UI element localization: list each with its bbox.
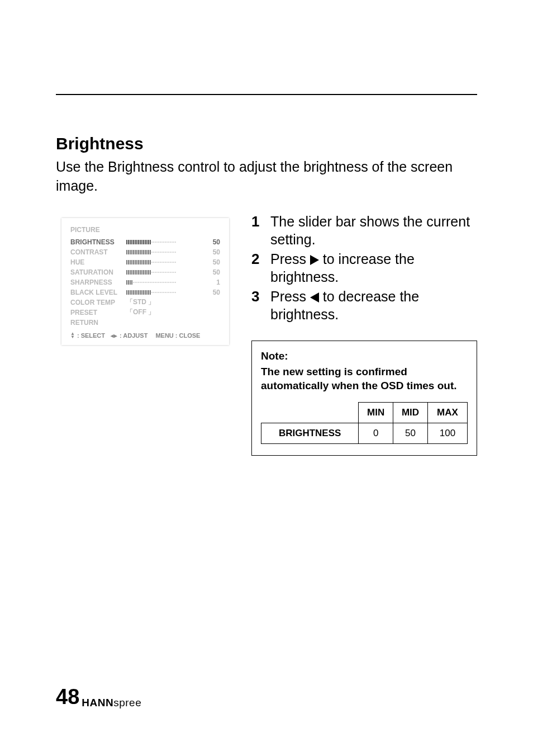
- step-text: Press to increase the brightness.: [270, 250, 477, 286]
- osd-row[interactable]: BRIGHTNESS50: [70, 237, 220, 247]
- osd-panel: PICTURE BRIGHTNESS50CONTRAST50HUE50SATUR…: [61, 218, 229, 345]
- note-box: Note: The new setting is confirmed autom…: [251, 341, 477, 456]
- table-header: MID: [393, 402, 428, 423]
- brand-light: spree: [113, 697, 141, 708]
- osd-row-value: 「OFF 」: [126, 308, 220, 317]
- osd-row-value: 50: [207, 289, 220, 296]
- slider-bar: [126, 260, 203, 264]
- slider-bar: [126, 250, 203, 254]
- osd-row[interactable]: SHARPNESS1: [70, 277, 220, 287]
- osd-footer-adjust: : ADJUST: [120, 332, 147, 339]
- brand-logo: HANNspree: [82, 697, 141, 709]
- step-number: 1: [251, 212, 270, 231]
- osd-row[interactable]: BLACK LEVEL50: [70, 287, 220, 297]
- table-cell: 100: [427, 423, 467, 443]
- table-cell: 50: [393, 423, 428, 443]
- osd-row-value: 50: [207, 248, 220, 256]
- table-header: MAX: [427, 402, 467, 423]
- osd-row-value: 50: [207, 238, 220, 246]
- steps-list: 1The slider bar shows the current settin…: [251, 212, 477, 324]
- step-text: Press to decrease the brightness.: [270, 287, 477, 324]
- osd-footer: ▲▼ : SELECT ◂▸ : ADJUST MENU : CLOSE: [70, 332, 220, 339]
- slider-bar: [126, 270, 203, 275]
- page-number: 48: [56, 685, 79, 709]
- step-item: 1The slider bar shows the current settin…: [251, 212, 477, 249]
- osd-row-label: CONTRAST: [70, 248, 126, 256]
- section-lead: Use the Brightness control to adjust the…: [56, 158, 477, 196]
- osd-row-label: RETURN: [70, 319, 126, 327]
- brand-bold: HANN: [82, 697, 113, 708]
- osd-row-value: 50: [207, 258, 220, 266]
- note-label: Note:: [261, 350, 468, 362]
- osd-row[interactable]: SATURATION50: [70, 267, 220, 277]
- osd-row-label: BRIGHTNESS: [70, 238, 126, 246]
- arrow-right-icon: [310, 255, 319, 265]
- osd-row-label: PRESET: [70, 309, 126, 316]
- osd-row[interactable]: CONTRAST50: [70, 247, 220, 257]
- step-item: 3Press to decrease the brightness.: [251, 287, 477, 324]
- osd-footer-close: MENU : CLOSE: [155, 332, 200, 339]
- page-footer: 48 HANNspree: [56, 685, 141, 709]
- osd-row-value: 1: [207, 278, 220, 286]
- osd-row[interactable]: HUE50: [70, 257, 220, 267]
- step-text: The slider bar shows the current setting…: [270, 212, 477, 249]
- osd-row-value: 50: [207, 268, 220, 276]
- arrow-left-icon: [310, 292, 319, 303]
- osd-row-label: COLOR TEMP: [70, 299, 126, 306]
- slider-bar: [126, 280, 203, 285]
- leftright-icon: ◂▸: [111, 332, 117, 339]
- slider-bar: [126, 290, 203, 295]
- osd-menu-title: PICTURE: [70, 226, 220, 234]
- updown-icon: ▲▼: [70, 332, 75, 339]
- osd-row[interactable]: PRESET「OFF 」: [70, 308, 220, 318]
- osd-row-label: SATURATION: [70, 268, 126, 276]
- slider-bar: [126, 240, 203, 244]
- table-blank-cell: [261, 402, 359, 423]
- osd-row-label: BLACK LEVEL: [70, 289, 126, 296]
- header-divider: [56, 94, 477, 95]
- table-header: MIN: [359, 402, 393, 423]
- table-row-label: BRIGHTNESS: [261, 423, 359, 443]
- note-text: The new setting is confirmed automatical…: [261, 365, 468, 393]
- osd-row-label: SHARPNESS: [70, 278, 126, 286]
- osd-footer-select: : SELECT: [77, 332, 105, 339]
- range-table: MIN MID MAX BRIGHTNESS 0 50 100: [261, 402, 468, 444]
- step-number: 2: [251, 250, 270, 269]
- osd-row[interactable]: COLOR TEMP「STD 」: [70, 297, 220, 308]
- osd-row-label: HUE: [70, 258, 126, 266]
- step-item: 2Press to increase the brightness.: [251, 250, 477, 286]
- osd-row-value: 「STD 」: [126, 297, 220, 307]
- osd-row[interactable]: RETURN: [70, 318, 220, 328]
- step-number: 3: [251, 287, 270, 306]
- table-cell: 0: [359, 423, 393, 443]
- section-title: Brightness: [56, 134, 477, 153]
